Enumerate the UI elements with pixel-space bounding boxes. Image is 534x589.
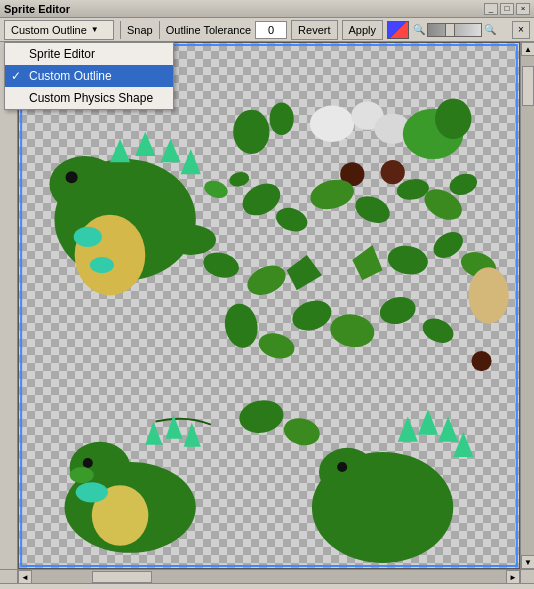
svg-point-18 [435,99,471,139]
zoom-in-icon: 🔍 [484,24,496,35]
svg-point-9 [75,215,146,296]
svg-marker-30 [287,255,322,290]
svg-point-51 [76,482,108,502]
svg-point-2 [49,156,120,213]
svg-point-24 [351,191,394,228]
svg-marker-4 [110,139,130,162]
checkerboard-bg [19,43,519,568]
tolerance-input[interactable] [255,21,287,39]
apply-button[interactable]: Apply [342,20,384,40]
svg-point-27 [447,170,480,199]
window-title: Sprite Editor [4,3,70,15]
svg-point-3 [66,171,78,183]
canvas-area: ▲ ▼ [0,42,534,569]
svg-point-29 [243,260,291,301]
svg-point-14 [310,106,354,142]
svg-point-20 [381,160,405,184]
canvas-container[interactable] [18,42,520,569]
title-buttons[interactable]: _ □ × [484,3,530,15]
mode-dropdown[interactable]: Custom Outline [4,20,114,40]
svg-point-61 [202,178,230,201]
svg-point-54 [337,462,347,472]
svg-marker-58 [453,432,473,457]
toolbar: Custom Outline Snap Outline Tolerance Re… [0,18,534,42]
svg-point-41 [377,293,419,328]
toolbar-close-button[interactable]: × [512,21,530,39]
svg-point-28 [200,249,241,282]
svg-point-35 [468,267,508,324]
status-bar [0,583,534,589]
svg-marker-31 [352,245,382,280]
menu-item-sprite-editor[interactable]: Sprite Editor [5,43,173,65]
sprite-canvas [19,43,519,568]
zoom-slider-container: 🔍 🔍 [413,23,496,37]
svg-point-42 [419,314,458,348]
svg-point-8 [166,225,216,255]
corner-left [0,570,18,583]
svg-marker-48 [145,422,162,445]
vertical-scrollbar[interactable]: ▲ ▼ [520,42,534,569]
left-toolbar [0,42,18,569]
svg-marker-56 [418,409,438,434]
svg-point-45 [83,458,93,468]
outline-tolerance-label: Outline Tolerance [166,24,251,36]
svg-point-11 [90,257,114,273]
svg-point-38 [256,329,297,362]
svg-point-12 [233,110,269,154]
scroll-thumb-horizontal[interactable] [92,571,152,583]
title-bar: Sprite Editor _ □ × [0,0,534,18]
svg-point-22 [273,204,311,236]
zoom-out-icon: 🔍 [413,24,425,35]
svg-point-36 [471,351,491,371]
revert-button[interactable]: Revert [291,20,337,40]
close-button[interactable]: × [516,3,530,15]
scroll-up-button[interactable]: ▲ [521,42,534,56]
corner-right [520,570,534,583]
scroll-right-button[interactable]: ► [506,570,520,584]
svg-point-37 [221,301,261,350]
separator-2 [159,21,160,39]
scroll-track-vertical[interactable] [521,56,534,555]
svg-point-10 [74,227,102,247]
separator-1 [120,21,121,39]
maximize-button[interactable]: □ [500,3,514,15]
scroll-down-button[interactable]: ▼ [521,555,534,569]
zoom-slider[interactable] [427,23,482,37]
svg-marker-57 [438,417,458,442]
svg-point-46 [70,467,94,483]
color-swatch[interactable] [387,21,409,39]
svg-point-59 [237,397,286,437]
menu-item-custom-outline[interactable]: Custom Outline [5,65,173,87]
svg-point-40 [328,311,377,351]
scroll-track-horizontal[interactable] [32,570,506,583]
svg-point-13 [270,103,294,135]
svg-point-32 [385,243,430,278]
snap-label: Snap [127,24,153,36]
horizontal-scrollbar-row: ◄ ► [0,569,534,583]
svg-marker-55 [398,417,418,442]
svg-point-60 [281,414,323,449]
svg-marker-5 [135,132,155,156]
scroll-left-button[interactable]: ◄ [18,570,32,584]
svg-marker-7 [181,149,201,174]
svg-point-53 [319,448,376,496]
scroll-thumb-vertical[interactable] [522,66,534,106]
minimize-button[interactable]: _ [484,3,498,15]
svg-marker-50 [184,423,201,447]
svg-point-62 [228,170,251,189]
svg-marker-6 [160,139,180,162]
menu-item-custom-physics[interactable]: Custom Physics Shape [5,87,173,109]
svg-point-39 [288,295,336,335]
dropdown-menu: Sprite Editor Custom Outline Custom Phys… [4,42,174,110]
